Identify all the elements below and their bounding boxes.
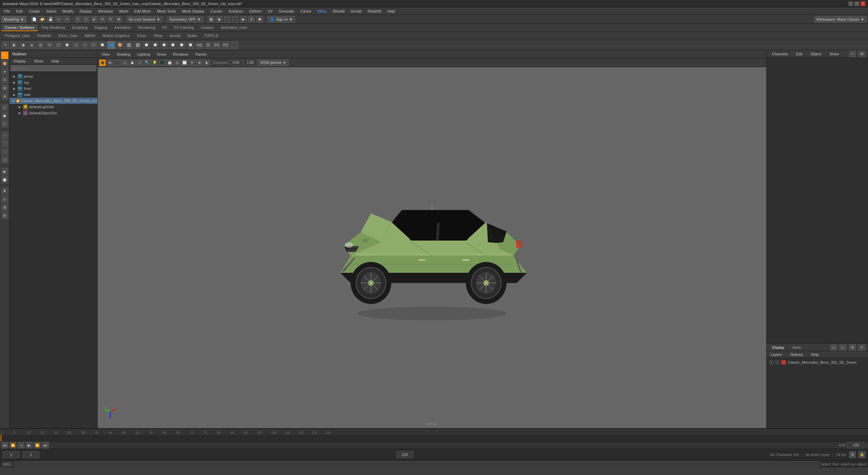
tab-rendering[interactable]: Rendering: [135, 24, 159, 31]
viewport-menu-lighting[interactable]: Lighting: [136, 52, 152, 56]
lasso-left[interactable]: ⬢: [1, 112, 8, 119]
menu-vray[interactable]: VRay: [315, 8, 329, 14]
rp-object[interactable]: Object: [808, 51, 824, 57]
rbp-btn-3[interactable]: ⊕: [849, 344, 856, 351]
viewport-btn-2[interactable]: ◉: [216, 16, 222, 23]
vp-btn-15[interactable]: ◐: [203, 59, 210, 66]
layer-visibility-check[interactable]: V: [769, 360, 773, 364]
menu-edit[interactable]: Edit: [14, 8, 25, 14]
move-tool-left[interactable]: ✛: [1, 68, 8, 75]
tool-2[interactable]: ◑: [19, 41, 27, 49]
viewport-btn-4[interactable]: ⬛: [232, 16, 239, 23]
snap-point-left[interactable]: ◦: [1, 148, 8, 155]
viewport-btn-7[interactable]: ⏹: [256, 16, 263, 23]
rp-collapse-btn[interactable]: «: [849, 51, 856, 57]
vp-btn-8[interactable]: 💡: [151, 59, 158, 66]
symmetry-button[interactable]: Symmetry: OFF ▼: [167, 16, 203, 23]
vp-btn-14[interactable]: ⊗: [196, 59, 203, 66]
menu-select[interactable]: Select: [43, 8, 59, 14]
tool-1[interactable]: ◐: [10, 41, 18, 49]
menu-help[interactable]: Help: [385, 8, 398, 14]
snap-view-left[interactable]: ◻: [1, 156, 8, 164]
outliner-search-input[interactable]: [11, 65, 96, 71]
rp-show[interactable]: Show: [827, 51, 842, 57]
attribute-left[interactable]: ⚙: [1, 212, 8, 219]
history-left[interactable]: ⧗: [1, 187, 8, 195]
tree-item-mercedes[interactable]: ▼ 📁 Classic_Mercedes_Benz_350_SE_Green_n…: [9, 98, 97, 104]
menu-create[interactable]: Create: [26, 8, 43, 14]
viewport-canvas[interactable]: X Y Z persp: [98, 67, 766, 428]
viewport-menu-shading[interactable]: Shading: [115, 52, 132, 56]
tab-redshift[interactable]: Redshift: [34, 33, 54, 39]
vp-btn-3[interactable]: ⬛: [114, 59, 121, 66]
menu-uv[interactable]: UV: [265, 8, 275, 14]
tab-animation-user[interactable]: Animation_User: [217, 24, 251, 31]
marquee-left[interactable]: ⬡: [1, 120, 8, 128]
tab-xgen[interactable]: XGen: [133, 33, 150, 39]
tab-bullet[interactable]: Bullet: [184, 33, 200, 39]
tool-4[interactable]: ◎: [37, 41, 45, 49]
rotate-tool-left[interactable]: ↻: [1, 76, 8, 83]
vp-btn-1[interactable]: 🎥: [99, 59, 106, 66]
paint-select-button[interactable]: 🖌: [91, 16, 98, 23]
vp-btn-5[interactable]: ◼: [129, 59, 136, 66]
tool-17[interactable]: 🔲: [151, 41, 159, 49]
rbp-btn-4[interactable]: ✕: [859, 344, 865, 351]
tool-22[interactable]: VIS: [195, 41, 203, 49]
tool-14[interactable]: 🖼: [125, 41, 133, 49]
tool-11[interactable]: 🔲: [98, 41, 106, 49]
tool-3[interactable]: ●: [28, 41, 36, 49]
tool-24[interactable]: PC: [213, 41, 221, 49]
viewport-btn-5[interactable]: ▶: [240, 16, 247, 23]
status-lock-btn[interactable]: 🔒: [859, 451, 865, 458]
soft-select-left[interactable]: ⬡: [1, 104, 8, 111]
play-fwd-btn[interactable]: ▶: [26, 442, 33, 449]
go-to-start-btn[interactable]: ⏮: [1, 442, 8, 449]
tool-26[interactable]: ⬛: [231, 41, 239, 49]
play-back-btn[interactable]: ◁: [18, 442, 24, 449]
menu-curves[interactable]: Curves: [208, 8, 225, 14]
rbp-tab-anim[interactable]: Anim: [790, 345, 804, 350]
tree-item-objectset[interactable]: ▶ ⬡ defaultObjectSet: [9, 110, 97, 116]
outliner-menu-help[interactable]: Help: [49, 58, 62, 64]
tree-item-lightset[interactable]: ▶ 💡 defaultLightSet: [9, 104, 97, 110]
rbp-menu-options[interactable]: Options: [787, 352, 806, 357]
scale-tool-button[interactable]: ⊞: [115, 16, 122, 23]
menu-file[interactable]: File: [1, 8, 13, 14]
viewport-menu-panels[interactable]: Panels: [194, 52, 208, 56]
channel-left[interactable]: ≣: [1, 204, 8, 211]
tab-fx[interactable]: FX: [159, 24, 171, 31]
tool-25[interactable]: PC: [222, 41, 230, 49]
vp-btn-7[interactable]: 🔦: [144, 59, 151, 66]
tab-sculpting[interactable]: Sculpting: [69, 24, 91, 31]
viewport-menu-renderer[interactable]: Renderer: [172, 52, 190, 56]
tool-15[interactable]: 🖼: [134, 41, 142, 49]
gamma-input[interactable]: [243, 60, 257, 66]
snap-curve-left[interactable]: ⌒: [1, 140, 8, 147]
open-scene-button[interactable]: 📂: [39, 16, 46, 23]
tab-arnold[interactable]: Arnold: [166, 33, 184, 39]
tab-vray[interactable]: VRay: [150, 33, 166, 39]
tool-18[interactable]: 🔲: [160, 41, 168, 49]
exposure-input[interactable]: [229, 60, 243, 66]
tool-6[interactable]: ⬡: [54, 41, 62, 49]
paint-select-left[interactable]: 🎨: [1, 60, 8, 67]
tab-turtle[interactable]: TURTLE: [201, 33, 222, 39]
outliner-menu-display[interactable]: Display: [11, 58, 28, 64]
vp-btn-2[interactable]: ⊞: [106, 59, 113, 66]
menu-windows[interactable]: Windows: [95, 8, 116, 14]
tool-8[interactable]: ◻: [72, 41, 80, 49]
tab-curves-surfaces[interactable]: Curves / Surfaces: [1, 24, 38, 31]
tab-mash[interactable]: MASH: [81, 33, 99, 39]
menu-deform[interactable]: Deform: [246, 8, 264, 14]
menu-surfaces[interactable]: Surfaces: [226, 8, 246, 14]
tab-polygons-user[interactable]: Polygons_User: [1, 33, 34, 39]
vp-btn-10[interactable]: ⬤: [166, 59, 173, 66]
menu-display[interactable]: Display: [77, 8, 95, 14]
layer-playback-check[interactable]: P: [775, 360, 780, 364]
new-scene-button[interactable]: 📄: [31, 16, 38, 23]
save-scene-button[interactable]: 💾: [47, 16, 54, 23]
no-live-surface-button[interactable]: No Live Surface ▼: [126, 16, 163, 23]
vp-btn-4[interactable]: ◻: [121, 59, 128, 66]
menu-cache[interactable]: Cache: [298, 8, 314, 14]
